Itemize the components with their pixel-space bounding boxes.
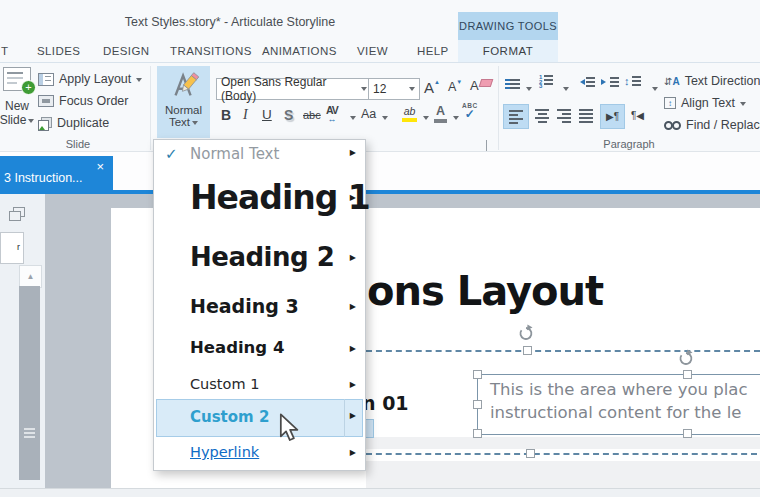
apply-layout-button[interactable]: Apply Layout: [38, 72, 142, 86]
menu-item-custom-2[interactable]: Custom 2: [190, 408, 269, 426]
line-spacing-button[interactable]: ↕: [624, 75, 641, 87]
numbering-dropdown[interactable]: [563, 87, 569, 94]
change-case-dropdown[interactable]: [382, 116, 388, 123]
menu-item-normal-text[interactable]: Normal Text: [190, 145, 279, 163]
placeholder-fill: [366, 461, 760, 488]
bullets-dropdown[interactable]: [526, 87, 532, 94]
rtl-direction-button[interactable]: ¶◀: [626, 104, 649, 127]
resize-handle[interactable]: [683, 429, 692, 438]
tab-format[interactable]: FORMAT: [458, 40, 558, 63]
numbering-button[interactable]: 123: [539, 75, 553, 89]
font-color-dropdown[interactable]: [453, 116, 459, 123]
focus-order-button[interactable]: Focus Order: [38, 94, 128, 108]
align-text-button[interactable]: ↕ Align Text: [664, 96, 746, 110]
tab-partial[interactable]: T: [1, 45, 8, 57]
align-right-button[interactable]: [552, 104, 576, 127]
rtl-icon: ¶◀: [631, 110, 644, 121]
change-case-button[interactable]: Aa: [361, 107, 376, 121]
resize-handle[interactable]: [523, 346, 532, 355]
align-right-icon: [557, 109, 571, 123]
resize-handle[interactable]: [683, 370, 692, 379]
drawing-tools-contextual-tab[interactable]: DRAWING TOOLS: [458, 12, 558, 40]
justify-button[interactable]: [574, 104, 598, 127]
scrollbar-up-button[interactable]: ▲: [19, 265, 42, 288]
menu-item-heading-4[interactable]: Heading 4: [190, 338, 284, 357]
decrease-indent-button[interactable]: [577, 77, 595, 87]
body-textbox[interactable]: This is the area where you plac instruct…: [477, 374, 760, 435]
group-separator: [150, 66, 151, 150]
slide-thumbnail-partial[interactable]: r: [0, 232, 24, 264]
highlight-button[interactable]: ab: [402, 105, 417, 122]
menu-item-heading-3[interactable]: Heading 3: [190, 295, 299, 317]
text-style-button[interactable]: Normal Text: [157, 66, 210, 138]
italic-button[interactable]: I: [243, 107, 248, 123]
tab-view[interactable]: VIEW: [357, 45, 388, 57]
resize-handle[interactable]: [526, 449, 535, 458]
tab-help[interactable]: HELP: [417, 45, 449, 57]
proofing-button[interactable]: ABC ✓: [462, 102, 478, 119]
font-color-bar: [434, 119, 447, 123]
rotate-handle-icon[interactable]: [677, 349, 695, 371]
close-icon[interactable]: ×: [96, 159, 104, 174]
rotate-handle-icon[interactable]: [517, 324, 535, 346]
submenu-arrow-icon: ▶: [350, 148, 356, 157]
right-arrow-icon: [601, 79, 609, 85]
shrink-font-button[interactable]: A ▼: [448, 80, 462, 94]
grow-font-button[interactable]: A ▲: [424, 79, 440, 96]
check-icon: ✓: [462, 109, 478, 119]
resize-handle[interactable]: [473, 370, 482, 379]
leftright-arrow-icon: ↔: [326, 116, 338, 122]
justify-icon: [579, 109, 593, 123]
align-left-button[interactable]: [503, 104, 529, 129]
shadow-button[interactable]: S: [284, 107, 293, 123]
placeholder-outline-bottom[interactable]: [366, 453, 757, 455]
char-spacing-button[interactable]: AV ↔: [326, 104, 338, 122]
paragraph-group-label: Paragraph: [598, 138, 660, 150]
line-spacing-dropdown[interactable]: [652, 87, 658, 94]
menu-item-hyperlink[interactable]: Hyperlink: [190, 444, 259, 460]
document-tab[interactable]: 3 Instruction... ×: [0, 156, 113, 190]
spacing-bars: [632, 76, 641, 86]
clear-formatting-button[interactable]: A: [470, 78, 492, 93]
slide-title-fragment[interactable]: ons Layout: [367, 268, 603, 314]
strikethrough-button[interactable]: abc: [303, 109, 321, 121]
char-spacing-dropdown[interactable]: [350, 116, 356, 123]
find-replace-label: Find / Replace: [686, 118, 760, 132]
tab-transitions[interactable]: TRANSITIONS: [170, 45, 252, 57]
tab-animations[interactable]: ANIMATIONS: [262, 45, 337, 57]
resize-handle[interactable]: [473, 429, 482, 438]
status-bar: [0, 488, 760, 497]
duplicate-button[interactable]: Duplicate: [38, 116, 109, 130]
panel-windows-icon[interactable]: [9, 207, 25, 223]
tab-slides[interactable]: SLIDES: [37, 45, 80, 57]
outdent-bars: [586, 77, 595, 87]
ltr-direction-button[interactable]: ▶¶: [600, 104, 625, 129]
numbering-bars: [544, 75, 553, 89]
slide-caption-fragment[interactable]: n 01: [362, 392, 409, 414]
bold-button[interactable]: B: [221, 107, 231, 123]
highlight-dropdown[interactable]: [423, 116, 429, 123]
font-name-combobox[interactable]: Open Sans Regular (Body): [216, 78, 372, 100]
resize-handle[interactable]: [473, 400, 482, 409]
bullets-button[interactable]: [505, 77, 520, 89]
new-slide-button[interactable]: + New Slide: [2, 67, 32, 127]
submenu-arrow-icon: ▶: [350, 302, 356, 311]
tab-design[interactable]: DESIGN: [103, 45, 150, 57]
increase-indent-button[interactable]: [601, 77, 619, 87]
menu-item-heading-1[interactable]: Heading 1: [190, 178, 370, 217]
font-color-button[interactable]: A: [434, 104, 447, 123]
find-replace-button[interactable]: Find / Replace: [664, 118, 760, 132]
ltr-icon: ▶¶: [606, 111, 619, 122]
underline-button[interactable]: U: [262, 107, 272, 122]
align-center-button[interactable]: [530, 104, 554, 127]
placeholder-outline-top[interactable]: [366, 350, 760, 352]
text-direction-button[interactable]: ⇵A Text Direction: [664, 74, 760, 88]
panel-scrollbar[interactable]: [19, 286, 40, 480]
font-size-combobox[interactable]: 12: [368, 78, 420, 100]
body-text-line2: instructional content for the le: [478, 402, 760, 425]
text-direction-icon: ⇵A: [664, 76, 680, 87]
menu-item-custom-1[interactable]: Custom 1: [190, 376, 259, 392]
align-text-label: Align Text: [681, 96, 735, 110]
style-button-label-2: Text: [169, 116, 190, 128]
menu-item-heading-2[interactable]: Heading 2: [190, 242, 334, 272]
